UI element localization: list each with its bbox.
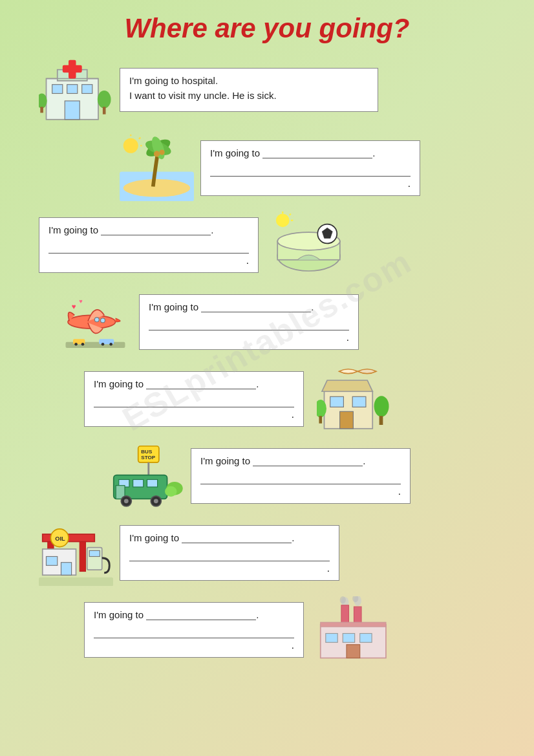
svg-rect-4 bbox=[63, 65, 82, 73]
blank-8b[interactable] bbox=[94, 625, 294, 638]
svg-rect-61 bbox=[147, 479, 158, 487]
blank-7a[interactable] bbox=[182, 533, 292, 543]
svg-point-29 bbox=[276, 213, 290, 227]
text-line-6a: I'm going to . bbox=[200, 455, 401, 466]
svg-rect-89 bbox=[343, 633, 354, 642]
text-box-3: I'm going to . . bbox=[39, 217, 259, 273]
svg-point-19 bbox=[160, 149, 165, 155]
exercise-row-3: I'm going to . . bbox=[39, 211, 515, 279]
svg-rect-79 bbox=[39, 577, 113, 586]
period-3a: . bbox=[211, 224, 213, 235]
exercise-row-6: BUS STOP I'm going to . . bbox=[110, 442, 515, 510]
text-prefix-2: I'm going to bbox=[210, 147, 260, 158]
svg-point-50 bbox=[374, 396, 389, 416]
text-box-8: I'm going to . . bbox=[84, 602, 304, 658]
svg-point-18 bbox=[154, 151, 160, 157]
page-title: Where are you going? bbox=[19, 13, 515, 44]
svg-point-43 bbox=[101, 343, 105, 346]
text-prefix-5: I'm going to bbox=[94, 378, 144, 389]
airport-image: ♥ ♥ bbox=[58, 288, 133, 356]
svg-text:STOP: STOP bbox=[141, 455, 155, 460]
blank-5b[interactable] bbox=[94, 394, 294, 407]
text-box-1: I'm going to hospital. I want to visit m… bbox=[120, 68, 378, 112]
svg-point-9 bbox=[98, 91, 111, 109]
text-box-2: I'm going to . . bbox=[200, 140, 420, 196]
text-box-7: I'm going to . . bbox=[120, 525, 339, 581]
svg-rect-53 bbox=[319, 416, 322, 424]
period-7a: . bbox=[292, 532, 294, 543]
svg-rect-88 bbox=[326, 633, 337, 642]
svg-rect-47 bbox=[330, 396, 344, 407]
svg-text:♥: ♥ bbox=[72, 303, 76, 310]
text-box-4: I'm going to . . bbox=[139, 294, 359, 350]
svg-point-20 bbox=[123, 138, 138, 153]
svg-point-35 bbox=[94, 318, 99, 322]
exercise-row-5: I'm going to . . bbox=[84, 365, 515, 433]
svg-rect-48 bbox=[352, 396, 366, 407]
bus-image: BUS STOP bbox=[110, 442, 184, 510]
exercise-row-1: I'm going to hospital. I want to visit m… bbox=[39, 56, 515, 124]
svg-rect-8 bbox=[65, 101, 80, 120]
svg-rect-76 bbox=[61, 562, 72, 575]
beach-image bbox=[120, 134, 194, 202]
text-prefix-8: I'm going to bbox=[94, 609, 144, 620]
svg-rect-87 bbox=[321, 622, 386, 627]
svg-rect-49 bbox=[340, 411, 354, 428]
blank-3a[interactable] bbox=[101, 225, 211, 235]
svg-rect-84 bbox=[341, 605, 349, 624]
stadium-image bbox=[272, 211, 346, 279]
svg-text:OIL: OIL bbox=[55, 535, 65, 542]
blank-2b[interactable] bbox=[210, 164, 411, 177]
period-8b: . bbox=[292, 640, 294, 651]
svg-rect-12 bbox=[40, 107, 43, 113]
text-line-4a: I'm going to . bbox=[149, 301, 349, 312]
svg-rect-10 bbox=[103, 107, 106, 114]
svg-rect-51 bbox=[379, 416, 383, 425]
text-line-1a: I'm going to hospital. bbox=[129, 75, 368, 86]
exercise-row-7: OIL I'm going to . . bbox=[39, 519, 515, 587]
svg-point-14 bbox=[123, 179, 191, 197]
text-line-5a: I'm going to . bbox=[94, 378, 294, 389]
period-4b: . bbox=[347, 332, 349, 343]
text-prefix-7: I'm going to bbox=[129, 532, 179, 543]
blank-6a[interactable] bbox=[253, 456, 363, 466]
svg-rect-6 bbox=[67, 84, 78, 93]
svg-point-42 bbox=[81, 343, 85, 346]
svg-text:BUS: BUS bbox=[141, 449, 153, 455]
period-8a: . bbox=[256, 609, 259, 620]
svg-point-68 bbox=[165, 486, 176, 497]
exercise-row-2: I'm going to . . bbox=[120, 134, 515, 202]
blank-5a[interactable] bbox=[146, 379, 256, 389]
svg-line-22 bbox=[139, 137, 140, 138]
svg-marker-46 bbox=[322, 380, 372, 391]
svg-rect-85 bbox=[354, 607, 362, 623]
period-5b: . bbox=[292, 409, 294, 420]
svg-text:♥: ♥ bbox=[79, 298, 82, 305]
text-line-1b: I want to visit my uncle. He is sick. bbox=[129, 90, 368, 101]
text-line-3a: I'm going to . bbox=[48, 224, 249, 235]
text-box-6: I'm going to . . bbox=[191, 448, 411, 504]
blank-4b[interactable] bbox=[149, 318, 349, 330]
hospital-image bbox=[39, 56, 113, 124]
blank-8a[interactable] bbox=[146, 610, 256, 620]
svg-rect-71 bbox=[80, 541, 85, 571]
period-5a: . bbox=[256, 378, 259, 389]
svg-point-44 bbox=[109, 343, 112, 346]
factory-image bbox=[317, 596, 391, 664]
period-2b: . bbox=[408, 178, 411, 189]
blank-6b[interactable] bbox=[200, 471, 401, 484]
svg-rect-60 bbox=[133, 479, 144, 487]
svg-point-34 bbox=[101, 318, 105, 323]
exercise-row-8: I'm going to . . bbox=[84, 596, 515, 664]
blank-4a[interactable] bbox=[201, 302, 311, 312]
svg-point-64 bbox=[124, 499, 129, 503]
svg-point-66 bbox=[154, 499, 158, 503]
text-line-7a: I'm going to . bbox=[129, 532, 330, 543]
library-image bbox=[317, 365, 391, 433]
blank-3b[interactable] bbox=[48, 241, 249, 254]
svg-rect-90 bbox=[360, 633, 372, 642]
period-6a: . bbox=[363, 455, 365, 466]
blank-2a[interactable] bbox=[262, 148, 372, 158]
blank-7b[interactable] bbox=[129, 548, 330, 561]
gasstation-image: OIL bbox=[39, 519, 113, 587]
